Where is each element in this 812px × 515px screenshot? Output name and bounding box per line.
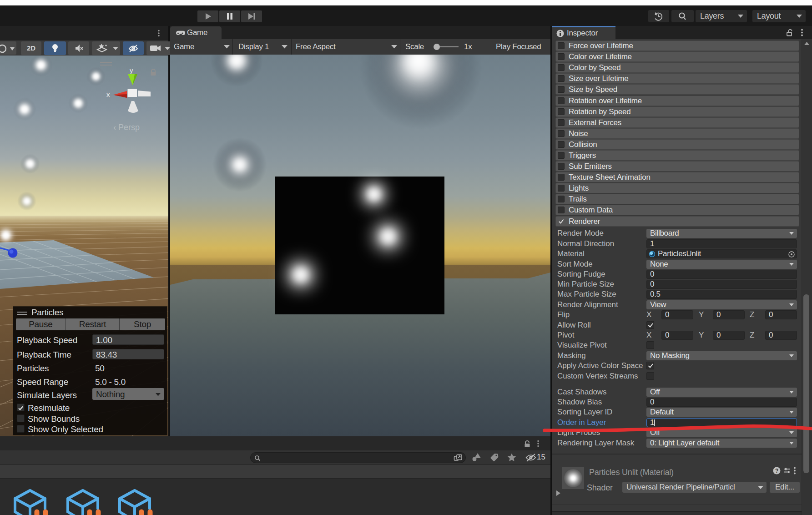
svg-text:x: x <box>106 91 110 98</box>
svg-text:?: ? <box>775 468 778 474</box>
svg-text:y: y <box>130 66 133 74</box>
